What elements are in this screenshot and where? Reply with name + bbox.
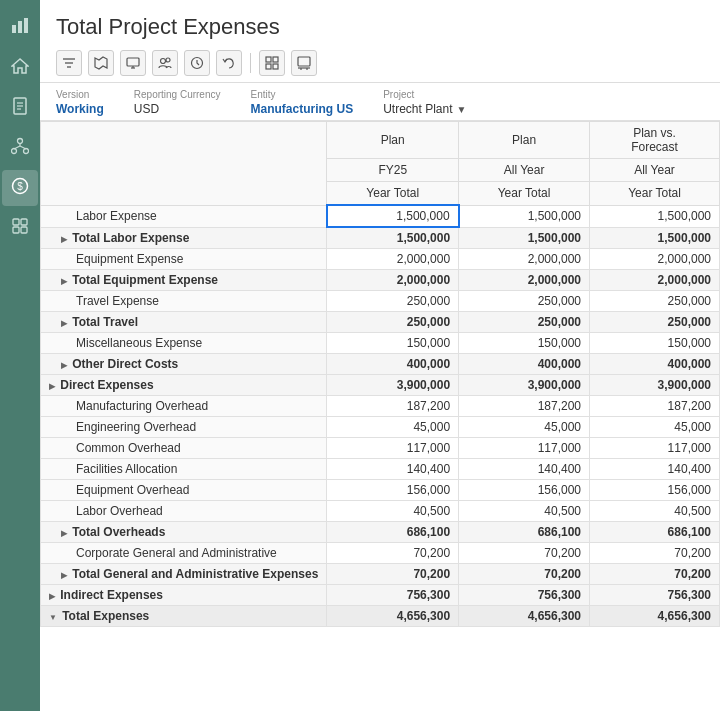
row-value[interactable]: 70,200 [459,564,590,585]
sidebar-item-finance[interactable]: $ [2,170,38,206]
toolbar-view-btn[interactable] [291,50,317,76]
collapse-icon[interactable]: ▶ [61,319,69,328]
row-value[interactable]: 1,500,000 [459,227,590,249]
row-value[interactable]: 140,400 [459,459,590,480]
toolbar-filter-btn[interactable] [56,50,82,76]
collapse-icon[interactable]: ▶ [61,529,69,538]
row-value[interactable]: 250,000 [327,312,459,333]
table-container: Plan Plan Plan vs.Forecast FY25 All Year… [40,121,720,711]
row-value[interactable]: 1,500,000 [590,227,720,249]
row-label-text: Equipment Overhead [76,483,189,497]
row-value[interactable]: 686,100 [327,522,459,543]
row-value[interactable]: 250,000 [459,291,590,312]
row-value[interactable]: 45,000 [327,417,459,438]
sidebar-item-org[interactable] [2,130,38,166]
project-dropdown-icon[interactable]: ▼ [457,104,467,115]
chart-icon [11,17,29,39]
entity-label: Entity [251,89,354,100]
row-label: ▶ Total Travel [41,312,327,333]
row-value[interactable]: 1,500,000 [590,205,720,227]
expenses-table: Plan Plan Plan vs.Forecast FY25 All Year… [40,121,720,627]
row-value[interactable]: 2,000,000 [327,270,459,291]
row-value[interactable]: 140,400 [590,459,720,480]
svg-rect-32 [266,64,271,69]
row-value[interactable]: 400,000 [327,354,459,375]
sidebar: $ [0,0,40,711]
row-value[interactable]: 3,900,000 [590,375,720,396]
row-value[interactable]: 756,300 [590,585,720,606]
row-value[interactable]: 40,500 [590,501,720,522]
row-value[interactable]: 2,000,000 [590,249,720,270]
collapse-icon[interactable]: ▶ [49,382,57,391]
toolbar-screen-btn[interactable] [120,50,146,76]
col-yeartotal1-header: Year Total [327,182,459,206]
row-value[interactable]: 686,100 [590,522,720,543]
row-value[interactable]: 3,900,000 [459,375,590,396]
row-value[interactable]: 70,200 [327,543,459,564]
row-value[interactable]: 4,656,300 [590,606,720,627]
collapse-icon[interactable]: ▶ [61,361,69,370]
row-value[interactable]: 187,200 [590,396,720,417]
row-value[interactable]: 2,000,000 [459,270,590,291]
row-value[interactable]: 756,300 [327,585,459,606]
row-value[interactable]: 117,000 [327,438,459,459]
row-value[interactable]: 2,000,000 [459,249,590,270]
row-value[interactable]: 187,200 [459,396,590,417]
row-value[interactable]: 400,000 [590,354,720,375]
collapse-icon[interactable]: ▶ [49,592,57,601]
row-value[interactable]: 156,000 [459,480,590,501]
row-value[interactable]: 250,000 [590,312,720,333]
row-value[interactable]: 250,000 [459,312,590,333]
sidebar-item-doc[interactable] [2,90,38,126]
row-value[interactable]: 250,000 [327,291,459,312]
row-label: Facilities Allocation [41,459,327,480]
svg-rect-33 [273,64,278,69]
sidebar-item-grid[interactable] [2,210,38,246]
sidebar-item-home[interactable] [2,50,38,86]
row-value[interactable]: 70,200 [590,564,720,585]
row-value[interactable]: 117,000 [459,438,590,459]
row-label: ▶ Direct Expenses [41,375,327,396]
row-value[interactable]: 150,000 [327,333,459,354]
row-value[interactable]: 150,000 [590,333,720,354]
row-label: Equipment Overhead [41,480,327,501]
row-value[interactable]: 2,000,000 [590,270,720,291]
row-value[interactable]: 400,000 [459,354,590,375]
toolbar-map-btn[interactable] [88,50,114,76]
collapse-icon[interactable]: ▶ [61,571,69,580]
row-label-text: Miscellaneous Expense [76,336,202,350]
row-value[interactable]: 686,100 [459,522,590,543]
row-value[interactable]: 117,000 [590,438,720,459]
row-value[interactable]: 40,500 [459,501,590,522]
row-value[interactable]: 250,000 [590,291,720,312]
row-value[interactable]: 756,300 [459,585,590,606]
row-value[interactable]: 70,200 [327,564,459,585]
row-value[interactable]: 1,500,000 [327,227,459,249]
row-value[interactable]: 45,000 [459,417,590,438]
row-value[interactable]: 70,200 [590,543,720,564]
row-value[interactable]: 156,000 [590,480,720,501]
row-value[interactable]: 4,656,300 [459,606,590,627]
toolbar-undo-btn[interactable] [216,50,242,76]
row-value[interactable]: 156,000 [327,480,459,501]
row-value[interactable]: 45,000 [590,417,720,438]
row-value[interactable]: 70,200 [459,543,590,564]
svg-point-9 [12,149,17,154]
expand-icon[interactable]: ▼ [49,613,59,622]
row-value[interactable]: 187,200 [327,396,459,417]
collapse-icon[interactable]: ▶ [61,235,69,244]
row-value[interactable]: 140,400 [327,459,459,480]
project-selector-row[interactable]: Utrecht Plant ▼ [383,102,466,116]
sidebar-item-chart[interactable] [2,10,38,46]
collapse-icon[interactable]: ▶ [61,277,69,286]
row-value[interactable]: 4,656,300 [327,606,459,627]
row-value[interactable]: 2,000,000 [327,249,459,270]
row-value[interactable]: 1,500,000 [327,205,459,227]
row-value[interactable]: 40,500 [327,501,459,522]
toolbar-users-btn[interactable] [152,50,178,76]
row-value[interactable]: 1,500,000 [459,205,590,227]
toolbar-history-btn[interactable] [184,50,210,76]
toolbar-expand-btn[interactable] [259,50,285,76]
row-value[interactable]: 150,000 [459,333,590,354]
row-value[interactable]: 3,900,000 [327,375,459,396]
